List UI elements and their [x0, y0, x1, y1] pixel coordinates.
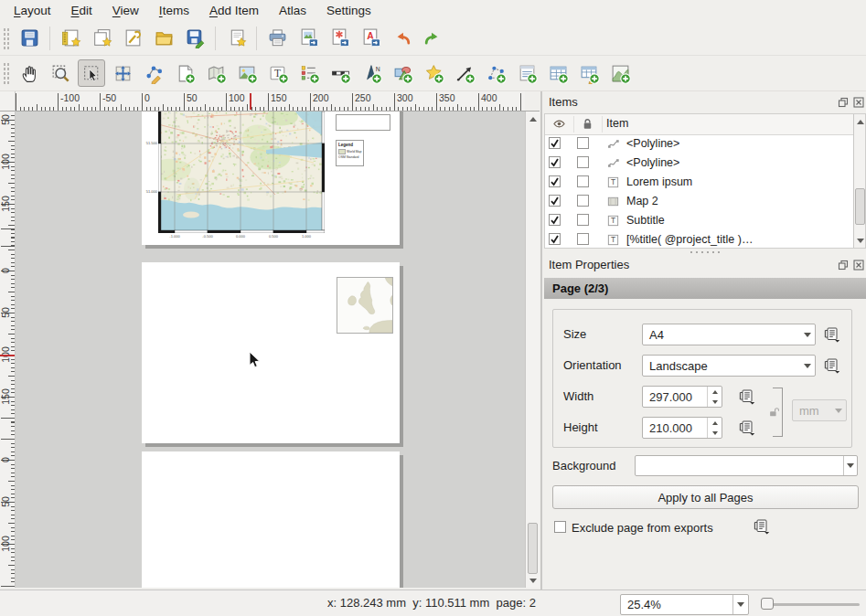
- item-visibility-checkbox[interactable]: [549, 233, 561, 245]
- item-visibility-checkbox[interactable]: [549, 137, 561, 149]
- scroll-down-button[interactable]: [527, 574, 540, 587]
- print-button[interactable]: [263, 25, 291, 52]
- canvas-vertical-scrollbar[interactable]: [525, 112, 540, 588]
- add-fixed-table-button[interactable]: [575, 59, 603, 87]
- width-spin-down[interactable]: [708, 397, 722, 407]
- save-as-template-button[interactable]: [181, 25, 208, 52]
- width-spinbox[interactable]: 297.000: [642, 386, 722, 408]
- item-visibility-checkbox[interactable]: [549, 156, 561, 168]
- menu-settings[interactable]: Settings: [316, 2, 381, 19]
- items-scroll-down-button[interactable]: [854, 234, 866, 247]
- size-data-defined-button[interactable]: [822, 326, 842, 343]
- scrollbar-thumb[interactable]: [528, 523, 538, 574]
- add-arrow-button[interactable]: [451, 59, 478, 87]
- item-visibility-checkbox[interactable]: [549, 175, 561, 187]
- menu-add-item[interactable]: Add Item: [199, 2, 269, 19]
- redo-button[interactable]: [419, 25, 446, 52]
- toolbar-drag-handle[interactable]: [3, 27, 10, 49]
- item-lock-checkbox[interactable]: [577, 156, 589, 168]
- items-list-scrollbar[interactable]: [853, 114, 866, 248]
- add-scalebar-button[interactable]: [326, 59, 354, 87]
- item-lock-checkbox[interactable]: [577, 214, 589, 226]
- menu-view[interactable]: View: [102, 2, 149, 19]
- toolbar-drag-handle[interactable]: [3, 62, 10, 84]
- export-image-button[interactable]: [294, 25, 322, 52]
- items-list-row[interactable]: <Polyline>: [545, 134, 852, 154]
- title-label-item[interactable]: [336, 114, 390, 131]
- items-list-row[interactable]: TSubtitle: [545, 211, 852, 230]
- width-spin-up[interactable]: [708, 387, 722, 397]
- item-lock-checkbox[interactable]: [577, 137, 589, 149]
- pan-button[interactable]: [16, 59, 43, 87]
- menu-edit[interactable]: Edit: [61, 2, 102, 19]
- items-list-row[interactable]: T[%title( @project_title )…: [545, 230, 852, 249]
- height-spin-down[interactable]: [708, 428, 722, 438]
- layout-page-3[interactable]: [142, 451, 400, 588]
- layout-manager-button[interactable]: [119, 25, 146, 52]
- height-spinbox[interactable]: 210.000: [642, 417, 722, 439]
- legend-item[interactable]: Legend World Map OSM Standard: [336, 140, 364, 166]
- item-visibility-checkbox[interactable]: [549, 214, 561, 226]
- map-item[interactable]: [158, 112, 325, 233]
- orientation-data-defined-button[interactable]: [822, 357, 842, 374]
- add-north-arrow-button[interactable]: N: [358, 59, 385, 87]
- add-map-button[interactable]: [202, 59, 230, 87]
- layout-page-1[interactable]: 51.50051.000 -1.000-0.5000.0000.5001.000…: [142, 112, 400, 245]
- width-data-defined-button[interactable]: [737, 388, 757, 405]
- panel-splitter-handle[interactable]: [689, 250, 720, 254]
- zoom-button[interactable]: [47, 59, 74, 87]
- zoom-slider-track[interactable]: [761, 603, 860, 606]
- items-scroll-up-button[interactable]: [854, 115, 866, 128]
- add-marker-button[interactable]: [420, 59, 447, 87]
- add-pages-button[interactable]: [222, 25, 250, 52]
- menu-atlas[interactable]: Atlas: [269, 2, 316, 19]
- items-list-row[interactable]: <Polyline>: [545, 154, 852, 173]
- height-data-defined-button[interactable]: [737, 420, 757, 436]
- exclude-data-defined-button[interactable]: [752, 518, 772, 535]
- size-combobox[interactable]: A4: [642, 324, 816, 345]
- add-label-button[interactable]: T: [264, 59, 292, 87]
- height-spin-up[interactable]: [708, 418, 722, 428]
- new-layout-button[interactable]: [57, 25, 84, 52]
- background-color-button[interactable]: [635, 455, 858, 476]
- items-scrollbar-thumb[interactable]: [855, 188, 865, 225]
- duplicate-layout-button[interactable]: [88, 25, 115, 52]
- items-list-row[interactable]: TLorem ipsum: [545, 173, 852, 192]
- scroll-up-button[interactable]: [527, 112, 540, 125]
- edit-nodes-button[interactable]: [140, 59, 167, 87]
- layout-canvas[interactable]: 51.50051.000 -1.000-0.5000.0000.5001.000…: [16, 112, 525, 588]
- apply-to-all-pages-button[interactable]: Apply to all Pages: [552, 485, 859, 509]
- save-button[interactable]: [16, 25, 43, 52]
- undo-button[interactable]: [388, 25, 415, 52]
- items-panel-close-button[interactable]: [853, 97, 864, 108]
- move-content-button[interactable]: [109, 59, 136, 87]
- add-html-button[interactable]: [513, 59, 540, 87]
- item-lock-checkbox[interactable]: [577, 195, 589, 207]
- exclude-page-checkbox[interactable]: [554, 521, 566, 533]
- item-lock-checkbox[interactable]: [577, 175, 589, 187]
- export-pdf-button[interactable]: A: [357, 25, 384, 52]
- item-properties-close-button[interactable]: [853, 260, 864, 271]
- menu-items[interactable]: Items: [149, 2, 199, 19]
- add-table-button[interactable]: [544, 59, 572, 87]
- open-folder-button[interactable]: [150, 25, 177, 52]
- add-node-item-button[interactable]: [482, 59, 509, 87]
- select-button[interactable]: [78, 59, 105, 87]
- page-properties-group-header[interactable]: Page (2/3): [544, 278, 866, 299]
- lock-open-icon[interactable]: [768, 406, 779, 418]
- items-list-row[interactable]: Map 2: [545, 192, 852, 211]
- orientation-combobox[interactable]: Landscape: [642, 355, 816, 377]
- item-visibility-checkbox[interactable]: [549, 195, 561, 207]
- items-panel-float-button[interactable]: [838, 97, 849, 108]
- add-shape-button[interactable]: [389, 59, 416, 87]
- add-legend-button[interactable]: [295, 59, 323, 87]
- overview-map-item[interactable]: [337, 277, 393, 334]
- export-svg-button[interactable]: [326, 25, 353, 52]
- item-properties-float-button[interactable]: [838, 260, 849, 271]
- add-elevation-button[interactable]: [606, 59, 634, 87]
- add-picture-button[interactable]: [233, 59, 261, 87]
- zoom-slider-handle[interactable]: [761, 598, 774, 610]
- layout-page-2[interactable]: [142, 262, 400, 443]
- add-page-button[interactable]: [171, 59, 198, 87]
- zoom-level-combobox[interactable]: 25.4%: [620, 594, 749, 615]
